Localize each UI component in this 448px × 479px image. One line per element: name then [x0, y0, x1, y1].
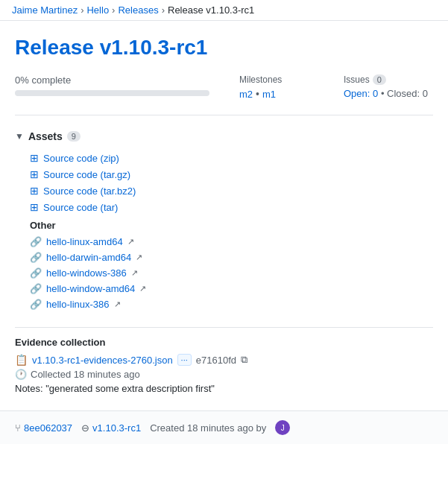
assets-section: ▼ Assets 9 ⊞ Source code (zip) ⊞ Source … — [15, 130, 433, 312]
asset-source-targz: ⊞ Source code (tar.gz) — [15, 166, 433, 183]
file-icon: ⊞ — [30, 152, 39, 164]
evidence-file-icon: 📋 — [15, 354, 28, 366]
assets-title: Assets — [28, 130, 63, 142]
asset-targz-link[interactable]: Source code (tar.gz) — [43, 169, 130, 180]
asset-source-zip: ⊞ Source code (zip) — [15, 150, 433, 166]
file-icon: ⊞ — [30, 201, 39, 213]
link-linux-386: 🔗 hello-linux-386 ↗ — [15, 296, 433, 312]
issues-label: Issues — [344, 74, 370, 85]
milestones-block: Milestones m2 • m1 — [239, 74, 314, 100]
release-title: Release v1.10.3-rc1 — [15, 36, 433, 60]
commit-ref: ⑂ 8ee062037 — [15, 422, 72, 434]
breadcrumb-user[interactable]: Jaime Martinez — [12, 4, 78, 16]
milestone-m2[interactable]: m2 — [239, 89, 253, 100]
asset-source-tar: ⊞ Source code (tar) — [15, 199, 433, 215]
chevron-down-icon: ▼ — [15, 131, 24, 142]
link-darwin-amd64: 🔗 hello-darwin-amd64 ↗ — [15, 250, 433, 265]
link-icon: 🔗 — [30, 299, 42, 310]
link-icon: 🔗 — [30, 252, 42, 263]
asset-tar-link[interactable]: Source code (tar) — [43, 202, 118, 213]
external-link-icon: ↗ — [136, 253, 142, 262]
link-windows-386-link[interactable]: hello-windows-386 — [46, 267, 127, 279]
tag-ref: ⊖ v1.10.3-rc1 — [81, 422, 141, 434]
link-linux-386-link[interactable]: hello-linux-386 — [46, 299, 110, 310]
open-issues-link[interactable]: Open: 0 — [344, 88, 378, 99]
assets-header[interactable]: ▼ Assets 9 — [15, 130, 433, 142]
evidence-hash: e71610fd — [196, 355, 236, 366]
asset-zip-link[interactable]: Source code (zip) — [43, 153, 119, 164]
notes-row: Notes: "generated some extra description… — [15, 383, 433, 394]
link-icon: 🔗 — [30, 267, 42, 279]
clock-icon: 🕐 — [15, 369, 27, 380]
progress-bar-bg — [15, 90, 209, 96]
file-icon: ⊞ — [30, 185, 39, 197]
footer-created-text: Created 18 minutes ago by — [150, 422, 266, 434]
evidence-ellipsis-button[interactable]: ··· — [177, 354, 192, 366]
link-darwin-amd64-link[interactable]: hello-darwin-amd64 — [46, 252, 131, 263]
assets-count-badge: 9 — [67, 131, 81, 142]
git-commit-icon: ⑂ — [15, 422, 21, 434]
tag-icon: ⊖ — [81, 422, 89, 434]
evidence-row: 📋 v1.10.3-rc1-evidences-2760.json ··· e7… — [15, 354, 433, 366]
breadcrumb-repo[interactable]: Hello — [86, 4, 109, 16]
link-linux-amd64: 🔗 hello-linux-amd64 ↗ — [15, 234, 433, 250]
copy-icon[interactable]: ⧉ — [241, 354, 247, 366]
link-icon: 🔗 — [30, 236, 42, 247]
link-window-amd64-link[interactable]: hello-window-amd64 — [46, 283, 135, 294]
collected-row: 🕐 Collected 18 minutes ago — [15, 369, 433, 380]
asset-source-tarbz2: ⊞ Source code (tar.bz2) — [15, 183, 433, 199]
milestone-m1[interactable]: m1 — [262, 89, 276, 100]
link-window-amd64: 🔗 hello-window-amd64 ↗ — [15, 281, 433, 296]
external-link-icon: ↗ — [114, 299, 121, 309]
issues-detail: Open: 0 • Closed: 0 — [344, 88, 433, 99]
breadcrumb-releases[interactable]: Releases — [118, 4, 158, 16]
footer-section: ⑂ 8ee062037 ⊖ v1.10.3-rc1 Created 18 min… — [0, 410, 448, 444]
link-windows-386: 🔗 hello-windows-386 ↗ — [15, 265, 433, 281]
progress-block: 0% complete — [15, 74, 209, 96]
evidence-title: Evidence collection — [15, 337, 433, 348]
milestones-label: Milestones — [239, 74, 314, 85]
main-content: Release v1.10.3-rc1 0% complete Mileston… — [0, 21, 448, 410]
collected-text: Collected 18 minutes ago — [31, 369, 140, 380]
asset-tarbz2-link[interactable]: Source code (tar.bz2) — [43, 185, 136, 197]
file-icon: ⊞ — [30, 168, 39, 180]
breadcrumb: Jaime Martinez › Hello › Releases › Rele… — [0, 0, 448, 21]
commit-hash-link[interactable]: 8ee062037 — [24, 422, 72, 434]
milestones-links: m2 • m1 — [239, 88, 314, 100]
evidence-filename-link[interactable]: v1.10.3-rc1-evidences-2760.json — [32, 355, 173, 366]
issues-block: Issues 0 Open: 0 • Closed: 0 — [344, 74, 433, 99]
tag-link[interactable]: v1.10.3-rc1 — [92, 422, 141, 434]
issues-count-badge: 0 — [373, 74, 386, 85]
avatar: J — [275, 420, 290, 435]
progress-section: 0% complete Milestones m2 • m1 Issues 0 … — [15, 74, 433, 115]
breadcrumb-current: Release v1.10.3-rc1 — [168, 4, 254, 16]
external-link-icon: ↗ — [131, 268, 138, 278]
progress-label: 0% complete — [15, 74, 209, 86]
link-icon: 🔗 — [30, 283, 42, 294]
external-link-icon: ↗ — [139, 284, 146, 294]
evidence-section: Evidence collection 📋 v1.10.3-rc1-eviden… — [15, 327, 433, 403]
external-link-icon: ↗ — [127, 237, 134, 247]
link-linux-amd64-link[interactable]: hello-linux-amd64 — [46, 236, 123, 247]
other-label: Other — [15, 215, 433, 234]
